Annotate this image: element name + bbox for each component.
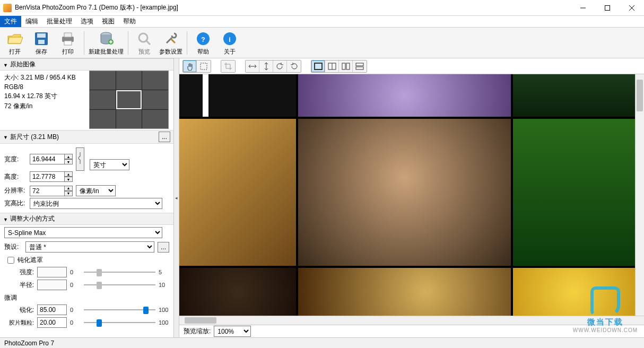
flip-v-button[interactable] <box>259 60 273 72</box>
marquee-tool-button[interactable] <box>197 60 211 72</box>
svg-rect-20 <box>356 63 363 66</box>
svg-rect-0 <box>605 5 610 10</box>
sidebar: 原始图像 大小: 3.21 MB / 965.4 KB RGB/8 16.94 … <box>0 58 174 337</box>
info-icon: i <box>221 30 238 47</box>
flip-h-button[interactable] <box>246 60 259 72</box>
link-wh-button[interactable] <box>76 147 84 171</box>
unsharp-label: 钝化遮罩 <box>18 256 43 265</box>
svg-point-9 <box>139 33 147 42</box>
collapse-icon <box>3 215 8 223</box>
res-down[interactable]: ▼ <box>64 191 73 196</box>
unsharp-checkbox[interactable] <box>7 257 14 264</box>
menu-options[interactable]: 选项 <box>76 16 98 27</box>
preview-button[interactable]: 预览 <box>132 29 157 57</box>
sharpen-input[interactable] <box>37 304 67 315</box>
print-button[interactable]: 打印 <box>55 29 81 57</box>
save-button[interactable]: 保存 <box>29 29 54 57</box>
menu-view[interactable]: 视图 <box>98 16 119 27</box>
grain-input[interactable] <box>37 317 67 328</box>
zoom-label: 预览缩放: <box>184 327 211 336</box>
crop-tool-button[interactable] <box>221 60 235 72</box>
svg-text:?: ? <box>201 36 205 44</box>
radius-input[interactable] <box>37 280 67 290</box>
height-down[interactable]: ▼ <box>64 177 73 182</box>
maximize-button[interactable] <box>595 0 620 16</box>
preset-label: 预设: <box>4 242 22 251</box>
svg-rect-14 <box>201 63 207 69</box>
app-icon <box>3 4 12 12</box>
aspect-ratio-select[interactable]: 约束比例 <box>30 198 162 209</box>
new-batch-button[interactable]: 新建批量处理 <box>88 29 125 57</box>
preview-toolbar <box>179 58 644 74</box>
res-up[interactable]: ▲ <box>64 186 73 191</box>
layout-split-v-button[interactable] <box>339 60 353 72</box>
tools-icon <box>162 30 179 47</box>
finetune-label: 微调 <box>4 293 169 302</box>
res-label: 分辨率: <box>4 186 27 195</box>
size-unit-select[interactable]: 英寸 <box>90 159 129 170</box>
svg-rect-18 <box>342 63 345 69</box>
navigator-thumbnail[interactable] <box>89 71 169 129</box>
database-icon <box>98 30 115 47</box>
radius-slider[interactable] <box>84 280 155 290</box>
width-up[interactable]: ▲ <box>64 154 73 159</box>
layout-stack-button[interactable] <box>353 60 367 72</box>
section-newsize-header[interactable]: 新尺寸 (3.21 MB) ... <box>0 130 173 144</box>
titlebar: BenVista PhotoZoom Pro 7.1 (Demo 版本) - [… <box>0 0 644 16</box>
grain-slider[interactable] <box>84 317 155 328</box>
menubar: 文件 编辑 批量处理 选项 视图 帮助 <box>0 16 644 28</box>
open-button[interactable]: 打开 <box>2 29 28 57</box>
height-input[interactable] <box>30 171 65 182</box>
preview-canvas[interactable] <box>179 74 635 316</box>
statusbar: PhotoZoom Pro 7 <box>0 337 644 348</box>
sidebar-collapse-handle[interactable] <box>174 58 179 337</box>
collapse-icon <box>3 61 8 68</box>
about-button[interactable]: i 关于 <box>217 29 242 57</box>
ratio-label: 宽高比: <box>4 199 27 208</box>
section-original-header[interactable]: 原始图像 <box>0 58 173 71</box>
resolution-input[interactable] <box>30 186 65 196</box>
main-toolbar: 打开 保存 打印 新建批量处理 预览 参数设置 ? 帮助 i 关于 <box>0 28 644 58</box>
width-down[interactable]: ▼ <box>64 159 73 164</box>
preset-select[interactable]: 普通 * <box>25 241 154 253</box>
menu-file[interactable]: 文件 <box>0 16 21 27</box>
status-text: PhotoZoom Pro 7 <box>4 340 54 347</box>
rotate-left-button[interactable] <box>273 60 287 72</box>
zoom-select[interactable]: 100% <box>214 326 251 337</box>
content-area: 预览缩放: 100% <box>179 58 644 337</box>
menu-help[interactable]: 帮助 <box>119 16 140 27</box>
res-unit-select[interactable]: 像素/in <box>76 185 116 196</box>
hand-tool-button[interactable] <box>183 60 197 72</box>
svg-rect-21 <box>356 67 363 69</box>
newsize-more-button[interactable]: ... <box>159 132 170 142</box>
resize-method-select[interactable]: S-Spline Max <box>4 227 162 238</box>
sharpen-slider[interactable] <box>84 304 155 315</box>
width-input[interactable] <box>30 154 65 164</box>
section-resize-header[interactable]: 调整大小的方式 <box>0 213 173 225</box>
layout-single-button[interactable] <box>311 60 325 72</box>
strength-slider[interactable] <box>84 267 155 277</box>
rotate-right-button[interactable] <box>287 60 301 72</box>
menu-edit[interactable]: 编辑 <box>21 16 42 27</box>
menu-batch[interactable]: 批量处理 <box>42 16 76 27</box>
horizontal-scrollbar[interactable] <box>179 316 644 325</box>
svg-rect-2 <box>37 33 46 38</box>
printer-icon <box>59 30 76 47</box>
folder-open-icon <box>6 30 23 47</box>
zoom-bar: 预览缩放: 100% <box>179 325 644 337</box>
collapse-icon <box>3 133 8 141</box>
help-button[interactable]: ? 帮助 <box>190 29 216 57</box>
settings-button[interactable]: 参数设置 <box>158 29 184 57</box>
height-label: 高度: <box>4 172 27 181</box>
height-up[interactable]: ▲ <box>64 171 73 177</box>
svg-rect-19 <box>346 63 350 69</box>
layout-split-h-button[interactable] <box>325 60 339 72</box>
window-title: BenVista PhotoZoom Pro 7.1 (Demo 版本) - [… <box>15 3 178 12</box>
close-button[interactable] <box>620 0 644 16</box>
svg-rect-5 <box>64 33 72 37</box>
minimize-button[interactable] <box>571 0 595 16</box>
strength-input[interactable] <box>37 267 67 277</box>
help-icon: ? <box>195 30 212 47</box>
preset-more-button[interactable]: ... <box>158 242 169 253</box>
vertical-scrollbar[interactable] <box>635 74 644 316</box>
